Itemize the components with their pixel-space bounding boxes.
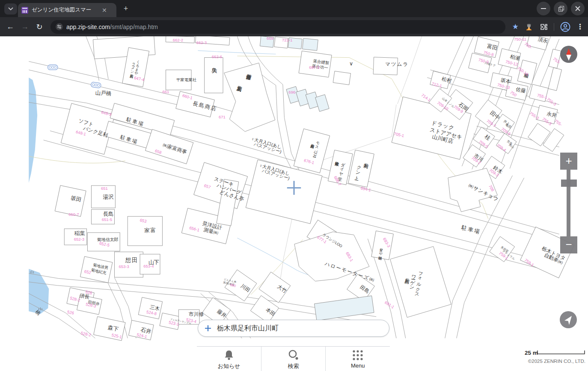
toolbar-divider — [554, 23, 554, 31]
building — [315, 94, 329, 112]
grid-dots-icon — [352, 349, 364, 361]
tab-title: ゼンリン住宅地図スマー — [32, 6, 100, 14]
lot-number-label: 650-7 — [68, 212, 79, 217]
lot-number-label: 750-11 — [514, 37, 526, 41]
copyright-text: ©2025 ZENRIN CO., LTD. — [471, 359, 585, 364]
zenrin-favicon-icon — [21, 7, 28, 14]
map-label: 長島 — [103, 211, 113, 217]
kebab-menu-icon[interactable]: ⋮ — [576, 22, 584, 31]
browser-tab[interactable]: ゼンリン住宅地図スマー ✕ — [18, 3, 116, 17]
north-needle-icon — [560, 46, 577, 63]
zoom-out-button[interactable]: − — [560, 236, 577, 253]
map-label: 山戸橋 — [95, 90, 112, 97]
building — [333, 71, 350, 85]
nav-item-menu[interactable]: Menu — [325, 347, 390, 371]
current-location-button[interactable] — [560, 311, 577, 328]
plus-icon — [204, 324, 212, 332]
lot-number-label: 653-4 — [143, 264, 154, 268]
lot-number-label: 526 — [67, 309, 74, 315]
lot-number-label: 697-3 — [309, 65, 319, 70]
extension-avatar-icon[interactable] — [525, 23, 533, 31]
compass-button[interactable] — [560, 46, 577, 63]
lot-number-label: 653-3 — [119, 264, 129, 269]
river-water — [29, 78, 37, 183]
lot-number-label: 755- — [554, 118, 563, 127]
url-host: app.zip-site.com — [66, 24, 110, 30]
lot-number-label: 662-3 — [196, 40, 207, 45]
lot-number-label: 662-2 — [173, 38, 183, 42]
building-layer — [55, 36, 574, 341]
map-label: マツムラ — [385, 61, 409, 67]
back-button[interactable]: ← — [4, 21, 16, 33]
lot-number-label: 671 — [219, 115, 226, 119]
traffic-signal-icon — [48, 65, 101, 88]
reload-button[interactable]: ↻ — [33, 21, 45, 33]
bottom-navigation: お知らせ 検索 Menu — [197, 346, 390, 371]
address-search-bar[interactable]: 栃木県足利市山川町 — [198, 320, 389, 337]
nav-item-search[interactable]: 検索 — [261, 347, 326, 371]
nav-item-notifications[interactable]: お知らせ — [197, 347, 261, 371]
map-label: 想田 — [125, 257, 139, 263]
forward-button[interactable]: → — [19, 21, 31, 33]
magnifier-icon — [287, 349, 300, 361]
building — [548, 68, 561, 91]
nav-item-label: 検索 — [288, 362, 299, 370]
lot-number-label: 652-3 — [74, 237, 84, 241]
map-scale: 25 m — [509, 349, 585, 357]
tab-close-icon[interactable]: ✕ — [102, 7, 107, 14]
window-minimize-button[interactable] — [537, 2, 550, 15]
lot-number-label: 694-1 — [360, 186, 371, 192]
map-label: 稲葉 — [74, 230, 86, 236]
map-label: 家富 — [144, 227, 157, 233]
bookmark-star-icon[interactable]: ★ — [512, 22, 519, 31]
building — [315, 296, 374, 321]
lot-number-label: 651-5 — [102, 217, 112, 222]
chevron-down-icon — [8, 7, 13, 11]
map-label: 平家電業社 — [176, 77, 197, 82]
window-close-button[interactable] — [571, 2, 585, 15]
url-bar[interactable]: app.zip-site.com/smt/app/map.htm — [50, 20, 505, 34]
lot-number-label: 714-1 — [421, 93, 432, 103]
nav-item-label: Menu — [351, 362, 365, 369]
scale-bar — [509, 349, 585, 357]
tab-search-button[interactable] — [4, 3, 17, 15]
lot-number-label: 662-6 — [212, 54, 222, 59]
lot-number-label: 755-3 — [546, 97, 557, 106]
river-water — [29, 269, 49, 314]
lot-number-label: 721-1 — [282, 38, 292, 42]
building — [205, 58, 223, 93]
browser-toolbar: ← → ↻ app.zip-site.com/smt/app/map.htm ★… — [0, 17, 588, 36]
map-label: 市川修 — [189, 311, 204, 317]
zoom-in-button[interactable]: + — [560, 153, 577, 170]
lot-number-label: 696 — [288, 90, 295, 94]
window-restore-button[interactable] — [554, 2, 567, 15]
profile-avatar-icon[interactable] — [560, 22, 570, 32]
nav-item-label: お知らせ — [217, 362, 240, 370]
lot-number-label: 669 — [267, 36, 273, 41]
lot-number-label: 661 — [162, 89, 169, 94]
lot-number-label: 528-2 — [80, 330, 92, 337]
url-path: /smt/app/map.htm — [110, 24, 158, 30]
zoom-slider-handle[interactable] — [561, 180, 577, 187]
address-search-value: 栃木県足利市山川町 — [217, 324, 279, 333]
building — [303, 38, 318, 51]
navigation-arrow-icon — [560, 311, 577, 328]
extensions-puzzle-icon[interactable] — [539, 23, 548, 31]
bell-icon — [223, 349, 235, 361]
map-label: 駐車場 — [461, 224, 481, 235]
lot-number-label: 651 — [101, 186, 108, 191]
building — [294, 129, 330, 173]
map-label: 湯沢 — [103, 194, 114, 200]
new-tab-button[interactable]: + — [121, 4, 131, 14]
browser-tab-bar: ゼンリン住宅地図スマー ✕ + — [0, 0, 588, 17]
map-label: ∨ — [349, 61, 353, 67]
site-settings-tune-icon — [56, 23, 63, 30]
